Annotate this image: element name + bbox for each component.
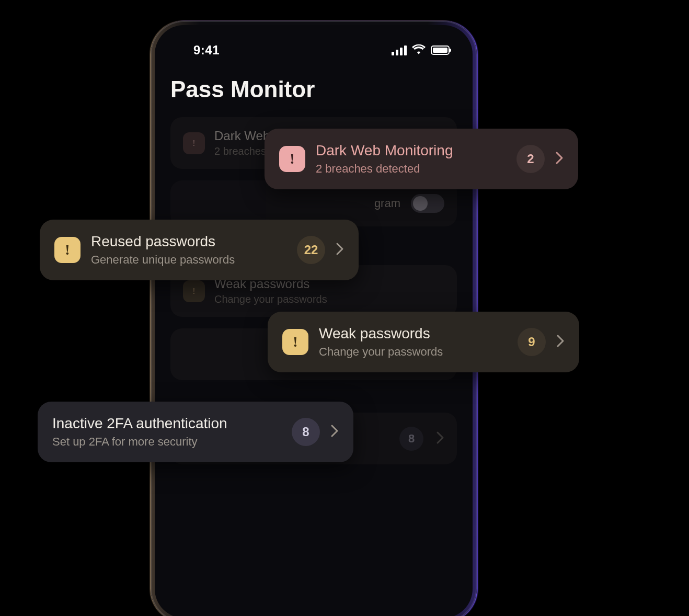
status-bar: 9:41 [155, 25, 473, 62]
wifi-icon [412, 44, 426, 56]
toggle-switch[interactable] [411, 194, 444, 213]
popout-subtitle: Set up 2FA for more security [52, 435, 281, 449]
chevron-right-icon [556, 334, 565, 350]
popout-weak-passwords[interactable]: ! Weak passwords Change your passwords 9 [268, 312, 579, 372]
battery-icon [431, 45, 450, 55]
count-badge: 2 [516, 145, 545, 173]
popout-reused-passwords[interactable]: ! Reused passwords Generate unique passw… [40, 220, 359, 280]
count-badge: 8 [292, 418, 320, 446]
bg-toggle-label-fragment: gram [374, 197, 411, 210]
chevron-right-icon [436, 431, 444, 447]
chevron-right-icon [555, 151, 564, 167]
status-time: 9:41 [193, 43, 220, 58]
popout-subtitle: Generate unique passwords [91, 253, 286, 267]
popout-subtitle: Change your passwords [319, 345, 507, 359]
popout-texts: Weak passwords Change your passwords [319, 325, 507, 359]
alert-icon: ! [54, 237, 81, 263]
popout-title: Inactive 2FA authentication [52, 415, 281, 432]
popout-dark-web[interactable]: ! Dark Web Monitoring 2 breaches detecte… [265, 129, 578, 189]
popout-title: Weak passwords [319, 325, 507, 342]
bg-card-texts: Weak passwords Change your passwords [214, 277, 444, 305]
page-title: Pass Monitor [170, 76, 457, 102]
count-badge: 22 [297, 236, 325, 264]
cellular-icon [392, 45, 407, 55]
popout-inactive-2fa[interactable]: Inactive 2FA authentication Set up 2FA f… [38, 402, 353, 462]
status-icons [392, 44, 450, 56]
alert-icon: ! [279, 146, 305, 172]
popout-texts: Dark Web Monitoring 2 breaches detected [316, 142, 506, 176]
popout-subtitle: 2 breaches detected [316, 162, 506, 176]
popout-title: Reused passwords [91, 233, 286, 250]
alert-icon: ! [183, 280, 205, 302]
bg-card-subtitle: Change your passwords [214, 293, 444, 305]
popout-title: Dark Web Monitoring [316, 142, 506, 159]
popout-texts: Reused passwords Generate unique passwor… [91, 233, 286, 267]
alert-icon: ! [183, 132, 205, 154]
chevron-right-icon [330, 424, 339, 440]
chevron-right-icon [336, 242, 344, 258]
popout-texts: Inactive 2FA authentication Set up 2FA f… [52, 415, 281, 449]
alert-icon: ! [282, 329, 308, 355]
count-badge: 8 [399, 427, 423, 451]
count-badge: 9 [518, 328, 546, 356]
